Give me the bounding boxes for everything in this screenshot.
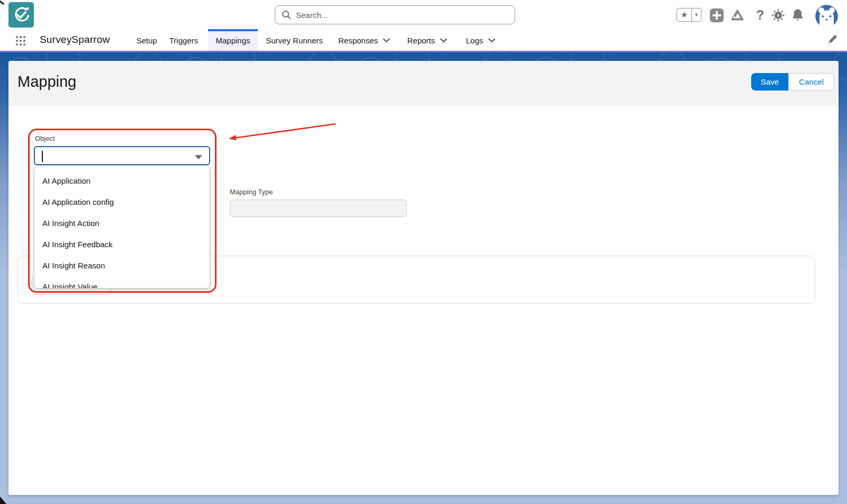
search-input[interactable] [296,11,508,20]
trailhead-icon [729,8,745,22]
page-title: Mapping [17,73,76,91]
option-ai-insight-action[interactable]: AI Insight Action [34,213,210,234]
salesforce-app-window: ★ ▼ ? [0,0,847,504]
mapping-type-field-label: Mapping Type [230,188,273,196]
object-field-label: Object [35,134,55,142]
object-combobox [34,146,210,165]
option-ai-application-config[interactable]: AI Application config [34,192,210,213]
app-navigation-bar: SurveySparrow Setup Triggers Mappings Su… [0,30,847,52]
tab-label: Reports [407,36,435,45]
option-ai-insight-feedback[interactable]: AI Insight Feedback [34,234,210,255]
chevron-down-icon[interactable] [488,38,495,42]
tab-logs[interactable]: Logs [459,30,502,51]
bell-icon [791,8,804,22]
object-combobox-input[interactable] [40,148,191,163]
tab-label: Responses [338,36,378,45]
mapping-type-input [230,200,407,217]
page-action-buttons: Save Cancel [751,73,834,91]
tab-label: Logs [466,36,483,45]
global-header: ★ ▼ ? [0,0,847,30]
setup-button[interactable] [771,8,785,22]
dropdown-arrow-icon[interactable] [195,155,202,159]
bird-check-icon [11,5,31,25]
trailhead-help-button[interactable] [729,7,745,22]
mapping-page-card: Mapping Save Cancel Object AI Applicatio… [8,61,839,495]
tab-mappings[interactable]: Mappings [208,30,258,51]
option-ai-insight-reason[interactable]: AI Insight Reason [34,255,210,276]
search-icon [282,10,291,20]
chevron-down-icon[interactable] [440,38,447,42]
edit-navigation-pencil-button[interactable] [827,34,839,46]
tab-label: Triggers [169,36,198,45]
tab-label: Setup [136,36,157,45]
avatar-bear-icon [815,5,838,28]
page-header-band [8,61,839,106]
annotation-arrow [220,116,347,148]
tab-responses[interactable]: Responses [332,30,396,51]
favorites-button-group: ★ ▼ [677,8,701,22]
favorites-star-button[interactable]: ★ [677,8,691,21]
pencil-icon [827,34,837,45]
app-launcher-waffle-icon[interactable] [16,36,25,46]
tab-label: Mappings [215,36,250,45]
tab-label: Survey Runners [266,36,323,45]
user-avatar[interactable] [815,5,838,28]
surveysparrow-logo [8,2,34,28]
help-button[interactable]: ? [754,7,767,23]
global-search [275,5,515,24]
tab-survey-runners[interactable]: Survey Runners [262,30,327,51]
tab-setup[interactable]: Setup [130,30,163,51]
notifications-button[interactable] [791,8,805,22]
object-options-listbox: AI Application AI Application config AI … [34,166,210,289]
cancel-button[interactable]: Cancel [788,73,834,91]
app-name[interactable]: SurveySparrow [40,34,110,46]
tab-reports[interactable]: Reports [401,30,454,51]
tab-triggers[interactable]: Triggers [165,30,202,51]
option-ai-insight-value[interactable]: AI Insight Value [34,276,210,289]
favorites-dropdown-button[interactable]: ▼ [691,8,701,21]
gear-icon [771,8,785,22]
option-ai-application[interactable]: AI Application [34,170,210,192]
save-button[interactable]: Save [751,73,788,91]
text-cursor [42,151,43,162]
chevron-down-icon[interactable] [383,38,390,42]
global-actions-plus-button[interactable] [710,8,724,22]
